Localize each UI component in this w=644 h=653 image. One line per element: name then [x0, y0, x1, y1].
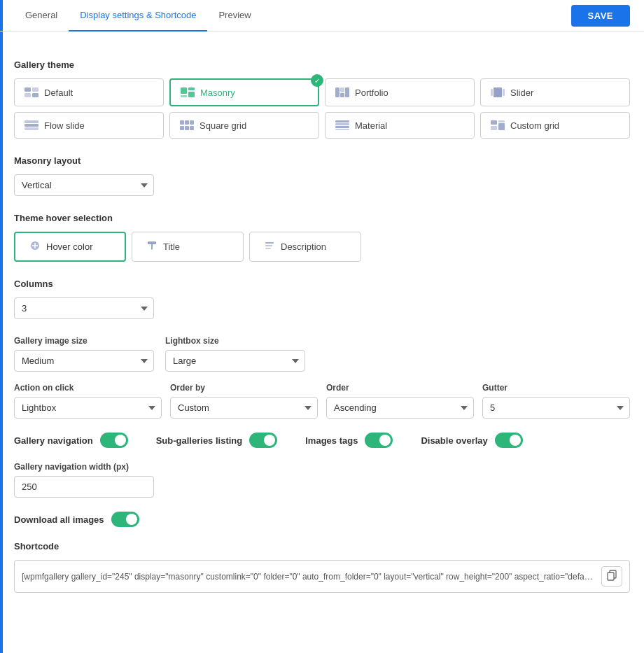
custom-grid-icon [491, 120, 505, 131]
order-group: Order Ascending Descending [326, 383, 474, 419]
columns-label: Columns [14, 279, 630, 289]
theme-flow-slide[interactable]: Flow slide [14, 112, 164, 139]
check-icon: ✓ [311, 74, 323, 87]
svg-rect-0 [24, 87, 31, 92]
theme-slider[interactable]: Slider [480, 78, 630, 106]
gallery-image-size-group: Gallery image size Thumbnail Medium Larg… [14, 336, 154, 372]
svg-rect-32 [265, 242, 274, 244]
theme-portfolio[interactable]: Portfolio [325, 78, 475, 106]
masonry-layout-select[interactable]: Vertical Horizontal [14, 174, 154, 196]
svg-rect-7 [188, 92, 195, 97]
svg-rect-4 [181, 87, 187, 94]
disable-overlay-slider [495, 433, 523, 448]
disable-overlay-group: Disable overlay [421, 433, 522, 448]
shortcode-text: [wpmfgallery gallery_id="245" display="m… [22, 572, 596, 582]
svg-rect-19 [185, 120, 189, 125]
hover-description-card[interactable]: Description [249, 232, 361, 262]
theme-material[interactable]: Material [325, 112, 475, 139]
gallery-theme-label: Gallery theme [14, 59, 630, 70]
order-select[interactable]: Ascending Descending [326, 397, 474, 419]
svg-rect-30 [491, 126, 497, 130]
square-grid-icon [180, 120, 194, 131]
nav-width-group: Gallery navigation width (px) [14, 462, 630, 498]
svg-rect-20 [190, 120, 194, 125]
svg-rect-10 [345, 87, 349, 97]
images-tags-toggle[interactable] [365, 433, 393, 448]
theme-material-label: Material [355, 120, 387, 131]
svg-rect-27 [335, 129, 349, 130]
svg-rect-23 [190, 126, 194, 130]
theme-masonry[interactable]: ✓ Masonry [169, 78, 319, 106]
svg-rect-11 [340, 93, 344, 97]
tab-preview[interactable]: Preview [207, 0, 262, 31]
shortcode-label: Shortcode [14, 541, 630, 552]
disable-overlay-label: Disable overlay [421, 435, 487, 446]
action-order-row: Action on click Lightbox Link None Order… [14, 383, 630, 419]
main-content: Gallery theme Default ✓ [0, 31, 644, 607]
hover-color-card[interactable]: Hover color [14, 232, 126, 262]
svg-rect-21 [180, 126, 184, 130]
order-by-select[interactable]: Custom Date Title Random [170, 397, 318, 419]
action-on-click-group: Action on click Lightbox Link None [14, 383, 162, 419]
svg-rect-9 [340, 87, 344, 92]
svg-rect-14 [503, 89, 505, 96]
images-tags-slider [365, 433, 393, 448]
action-on-click-select[interactable]: Lightbox Link None [14, 397, 162, 419]
theme-custom-grid-label: Custom grid [510, 120, 559, 131]
gallery-image-size-select[interactable]: Thumbnail Medium Large Full [14, 350, 154, 372]
download-label: Download all images [14, 514, 104, 525]
gallery-navigation-label: Gallery navigation [14, 435, 93, 446]
theme-portfolio-label: Portfolio [355, 87, 388, 98]
svg-rect-25 [335, 123, 349, 125]
gallery-image-size-label: Gallery image size [14, 336, 154, 346]
svg-rect-29 [498, 120, 505, 122]
hover-title-icon [146, 240, 158, 253]
gallery-navigation-group: Gallery navigation [14, 433, 128, 448]
disable-overlay-toggle[interactable] [495, 433, 523, 448]
svg-rect-17 [24, 127, 38, 130]
gutter-select[interactable]: 0 2 5 10 15 20 [482, 397, 630, 419]
columns-section: Columns 1 2 3 4 5 [14, 279, 630, 319]
lightbox-size-label: Lightbox size [165, 336, 305, 346]
masonry-icon [181, 87, 195, 98]
theme-custom-grid[interactable]: Custom grid [480, 112, 630, 139]
left-accent-bar [0, 0, 3, 607]
columns-select[interactable]: 1 2 3 4 5 [14, 297, 154, 319]
gutter-group: Gutter 0 2 5 10 15 20 [482, 383, 630, 419]
theme-hover-label: Theme hover selection [14, 213, 630, 223]
svg-rect-18 [180, 120, 184, 125]
svg-rect-36 [608, 573, 614, 580]
action-on-click-label: Action on click [14, 383, 162, 393]
tab-display[interactable]: Display settings & Shortcode [69, 0, 207, 31]
svg-rect-13 [493, 87, 502, 97]
default-icon [24, 87, 38, 98]
svg-rect-16 [24, 124, 38, 127]
gallery-navigation-slider [100, 433, 128, 448]
order-by-group: Order by Custom Date Title Random [170, 383, 318, 419]
svg-rect-28 [491, 120, 497, 125]
sub-galleries-slider [249, 433, 277, 448]
hover-color-icon [29, 240, 41, 253]
tab-general[interactable]: General [14, 0, 69, 31]
save-button[interactable]: SAVE [571, 5, 630, 27]
svg-rect-33 [265, 245, 272, 246]
svg-rect-12 [491, 89, 493, 96]
images-tags-label: Images tags [305, 435, 358, 446]
masonry-layout-label: Masonry layout [14, 155, 630, 166]
svg-rect-34 [265, 248, 271, 249]
sub-galleries-toggle[interactable] [249, 433, 277, 448]
theme-masonry-label: Masonry [200, 87, 235, 98]
nav-width-input[interactable] [14, 476, 154, 498]
shortcode-section: Shortcode [wpmfgallery gallery_id="245" … [14, 541, 630, 593]
nav-width-label: Gallery navigation width (px) [14, 462, 630, 472]
svg-rect-3 [32, 93, 38, 97]
theme-default[interactable]: Default [14, 78, 164, 106]
svg-rect-24 [335, 120, 349, 122]
hover-title-card[interactable]: Title [132, 232, 244, 262]
copy-shortcode-button[interactable] [601, 566, 622, 587]
toggles-row: Gallery navigation Sub-galleries listing… [14, 433, 630, 448]
gallery-navigation-toggle[interactable] [100, 433, 128, 448]
lightbox-size-select[interactable]: Small Medium Large Full [165, 350, 305, 372]
download-toggle[interactable] [111, 512, 139, 527]
theme-square-grid[interactable]: Square grid [169, 112, 319, 139]
